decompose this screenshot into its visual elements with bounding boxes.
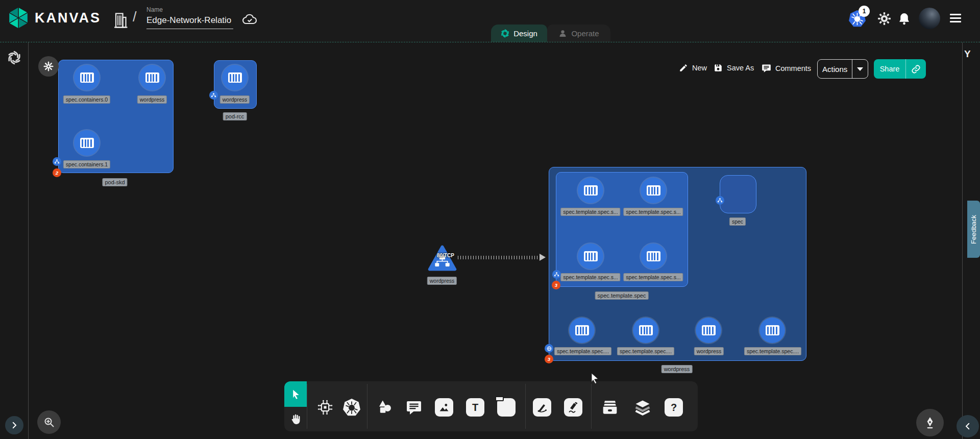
expand-sidebar-button[interactable]: [5, 416, 23, 434]
node-label: spec.containers.0: [63, 95, 110, 104]
container-icon: [228, 72, 242, 83]
node-template-container-0[interactable]: [578, 178, 603, 203]
actions-dropdown-toggle[interactable]: [852, 60, 868, 78]
pen-tool-icon: [536, 401, 548, 413]
share-label: Share: [874, 59, 905, 79]
container-icon: [575, 325, 589, 335]
save-as-button[interactable]: Save As: [714, 63, 754, 72]
feedback-tab[interactable]: Feedback: [967, 201, 980, 258]
menu-hamburger-icon[interactable]: [950, 14, 961, 25]
image-tool[interactable]: [435, 398, 453, 417]
layers-tool[interactable]: [633, 398, 652, 417]
edge-port-label: 80/TCP: [437, 253, 454, 258]
node-wordpress-1[interactable]: [139, 65, 165, 90]
kanvas-app: KANVAS / Name Design: [0, 0, 980, 439]
container-icon: [639, 325, 653, 335]
error-count-badge[interactable]: 3: [552, 281, 560, 289]
group-spec[interactable]: [720, 175, 756, 213]
edge-arrowhead: [540, 254, 546, 261]
node-label: spec.template.spec....: [617, 347, 674, 355]
node-template-container-1[interactable]: [641, 178, 666, 203]
node-label: spec.template.spec.s...: [623, 273, 683, 281]
freehand-draw-icon: [567, 401, 579, 413]
annotate-button[interactable]: [916, 409, 944, 436]
kanvas-logo-icon: [7, 7, 30, 29]
chevron-right-icon: [10, 421, 19, 430]
globe-icon: [546, 346, 552, 352]
help-tool[interactable]: ?: [665, 398, 683, 417]
tab-design[interactable]: Design: [491, 25, 547, 42]
organization-building-icon[interactable]: [111, 10, 130, 31]
node-spec-containers-0[interactable]: [74, 65, 100, 90]
toolbar-divider: [307, 384, 307, 429]
node-deploy-container-0[interactable]: [569, 318, 595, 343]
component-chip-icon: [316, 399, 334, 416]
meshery-spiral-icon[interactable]: [7, 51, 21, 65]
comment-tool[interactable]: [404, 398, 424, 417]
network-badge[interactable]: [552, 270, 561, 279]
service-edge[interactable]: [458, 256, 541, 259]
pen-tool[interactable]: [533, 398, 551, 417]
pan-tool[interactable]: [284, 407, 307, 431]
question-mark-icon: ?: [671, 402, 677, 413]
group-spec-template-spec[interactable]: [556, 172, 688, 287]
toolbar-divider: [525, 384, 526, 429]
network-badge[interactable]: [716, 196, 724, 205]
actions-button[interactable]: Actions: [817, 59, 868, 79]
collapse-panel-button[interactable]: [957, 415, 979, 437]
component-tool[interactable]: [315, 398, 335, 417]
toolbar-divider: [367, 384, 368, 429]
save-as-label: Save As: [727, 64, 754, 72]
drawer-tool[interactable]: [600, 398, 620, 417]
drawer-icon: [602, 399, 618, 416]
zoom-in-icon: [43, 416, 55, 428]
node-deploy-container-2[interactable]: [696, 318, 721, 343]
k8s-context-count-badge[interactable]: 1: [859, 6, 870, 17]
shapes-tool[interactable]: [375, 398, 395, 417]
node-label: spec.template.spec....: [744, 347, 801, 355]
container-icon: [80, 138, 94, 148]
notifications-bell-icon[interactable]: [898, 12, 911, 26]
rectangle-icon: [495, 396, 504, 401]
error-count-badge[interactable]: 3: [545, 355, 553, 363]
rectangle-tool[interactable]: [497, 398, 516, 417]
node-deploy-container-3[interactable]: [760, 318, 785, 343]
kanvas-logo[interactable]: KANVAS: [7, 7, 101, 29]
tab-operate[interactable]: Operate: [547, 25, 610, 42]
error-count-badge[interactable]: 2: [53, 168, 61, 177]
node-template-container-2[interactable]: [578, 243, 603, 269]
chevron-left-icon: [963, 422, 972, 431]
container-icon: [80, 72, 94, 83]
network-badge[interactable]: [53, 157, 61, 166]
freehand-draw-tool[interactable]: [564, 398, 582, 417]
node-spec-containers-1[interactable]: [74, 130, 100, 156]
group-label: spec.template.spec: [595, 291, 649, 300]
cursor-icon: [290, 389, 301, 400]
select-tool[interactable]: [284, 381, 307, 407]
copy-link-button[interactable]: [906, 59, 926, 79]
kubernetes-tool[interactable]: [342, 398, 361, 417]
network-badge[interactable]: [209, 91, 218, 100]
chevron-down-icon: [857, 67, 863, 71]
tab-operate-label: Operate: [571, 29, 599, 38]
node-template-container-3[interactable]: [641, 243, 666, 269]
comments-button[interactable]: Comments: [762, 63, 811, 73]
share-button[interactable]: Share: [874, 59, 926, 79]
name-label: Name: [146, 6, 233, 13]
settings-gear-icon[interactable]: [877, 12, 891, 26]
group-settings-button[interactable]: [38, 56, 59, 77]
node-wordpress-2[interactable]: [222, 65, 248, 90]
text-tool[interactable]: T: [466, 398, 484, 417]
user-avatar[interactable]: [919, 8, 940, 29]
breadcrumb-separator: /: [133, 9, 137, 25]
design-spiral-icon: [501, 29, 509, 38]
node-deploy-container-1[interactable]: [633, 318, 658, 343]
node-label: spec.template.spec....: [554, 347, 611, 355]
yaml-toggle[interactable]: Y: [964, 48, 971, 60]
zoom-button[interactable]: [37, 410, 61, 434]
kubernetes-icon: [342, 398, 361, 417]
new-button[interactable]: New: [679, 63, 707, 72]
globe-badge[interactable]: [545, 344, 553, 353]
sitemap-icon: [717, 198, 723, 203]
design-name-input[interactable]: [146, 13, 233, 29]
